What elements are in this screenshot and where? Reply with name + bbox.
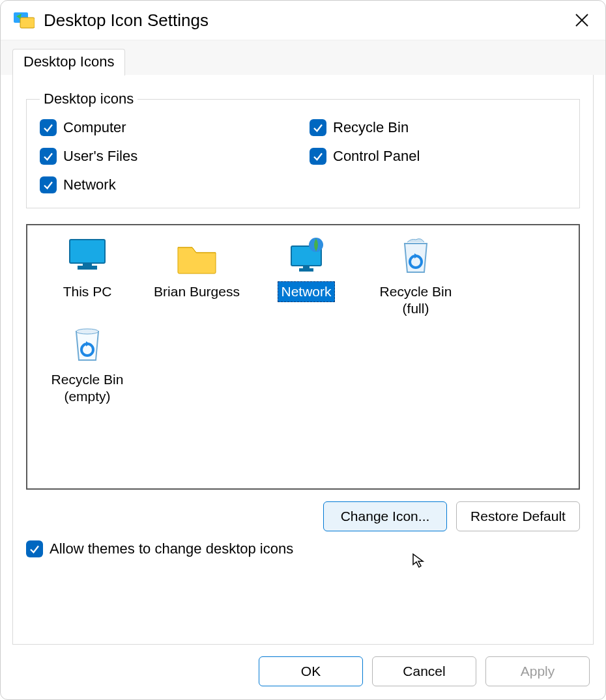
- checkmark-icon: [310, 148, 326, 165]
- checkbox-label: User's Files: [63, 148, 137, 165]
- icon-preview-list[interactable]: This PC Brian Burgess: [26, 224, 580, 490]
- icon-label: Network: [278, 281, 334, 302]
- svg-rect-7: [83, 263, 92, 267]
- recycle-empty-icon: [65, 325, 110, 365]
- dialog-button-row: OK Cancel Apply: [1, 645, 605, 699]
- icon-item-recycle-full[interactable]: Recycle Bin (full): [364, 237, 468, 320]
- checkbox-network[interactable]: Network: [40, 176, 296, 193]
- group-legend: Desktop icons: [40, 91, 137, 107]
- app-icon: [14, 10, 35, 31]
- tab-desktop-icons[interactable]: Desktop Icons: [12, 49, 125, 76]
- svg-rect-1: [20, 18, 35, 28]
- change-icon-button[interactable]: Change Icon...: [323, 501, 447, 531]
- titlebar: Desktop Icon Settings: [1, 1, 605, 40]
- recycle-full-icon: [393, 237, 439, 277]
- icon-label: Recycle Bin (full): [377, 281, 455, 320]
- checkbox-label: Computer: [63, 119, 126, 136]
- restore-default-button[interactable]: Restore Default: [456, 501, 580, 531]
- tabstrip: Desktop Icons: [1, 40, 605, 75]
- checkbox-users-files[interactable]: User's Files: [40, 148, 296, 165]
- dialog-window: Desktop Icon Settings Desktop Icons Desk…: [0, 0, 606, 700]
- checkmark-icon: [26, 540, 43, 557]
- monitor-icon: [65, 237, 110, 277]
- icon-label: Recycle Bin (empty): [48, 369, 127, 408]
- apply-button[interactable]: Apply: [485, 656, 590, 686]
- checkbox-control-panel[interactable]: Control Panel: [310, 148, 566, 165]
- desktop-icons-group: Desktop icons Computer Recycle Bin User'…: [26, 91, 580, 208]
- tab-page: Desktop icons Computer Recycle Bin User'…: [12, 75, 594, 645]
- cancel-button[interactable]: Cancel: [372, 656, 476, 686]
- checkbox-recycle-bin[interactable]: Recycle Bin: [310, 119, 566, 136]
- checkmark-icon: [40, 176, 57, 193]
- ok-button[interactable]: OK: [259, 656, 363, 686]
- close-button[interactable]: [571, 10, 592, 31]
- svg-rect-4: [70, 240, 105, 263]
- allow-themes-label: Allow themes to change desktop icons: [50, 540, 293, 557]
- checkbox-label: Network: [63, 176, 116, 193]
- folder-icon: [174, 237, 220, 277]
- checkbox-grid: Computer Recycle Bin User's Files Contro…: [40, 119, 566, 193]
- icon-item-network[interactable]: Network: [254, 237, 358, 320]
- network-icon: [283, 237, 329, 277]
- icon-item-this-pc[interactable]: This PC: [35, 237, 139, 320]
- checkmark-icon: [310, 119, 326, 136]
- checkbox-computer[interactable]: Computer: [40, 119, 296, 136]
- icon-label: This PC: [60, 281, 115, 302]
- icon-item-user-folder[interactable]: Brian Burgess: [145, 237, 249, 320]
- checkbox-label: Recycle Bin: [333, 119, 409, 136]
- checkmark-icon: [40, 148, 57, 165]
- checkbox-label: Control Panel: [333, 148, 420, 165]
- window-title: Desktop Icon Settings: [44, 10, 571, 31]
- checkmark-icon: [40, 119, 57, 136]
- svg-point-12: [76, 329, 98, 334]
- close-icon: [574, 12, 590, 28]
- svg-rect-10: [303, 266, 310, 269]
- allow-themes-checkbox[interactable]: Allow themes to change desktop icons: [26, 540, 580, 557]
- icon-label: Brian Burgess: [151, 281, 243, 302]
- icon-action-buttons: Change Icon... Restore Default: [26, 501, 580, 531]
- icon-item-recycle-empty[interactable]: Recycle Bin (empty): [35, 325, 139, 408]
